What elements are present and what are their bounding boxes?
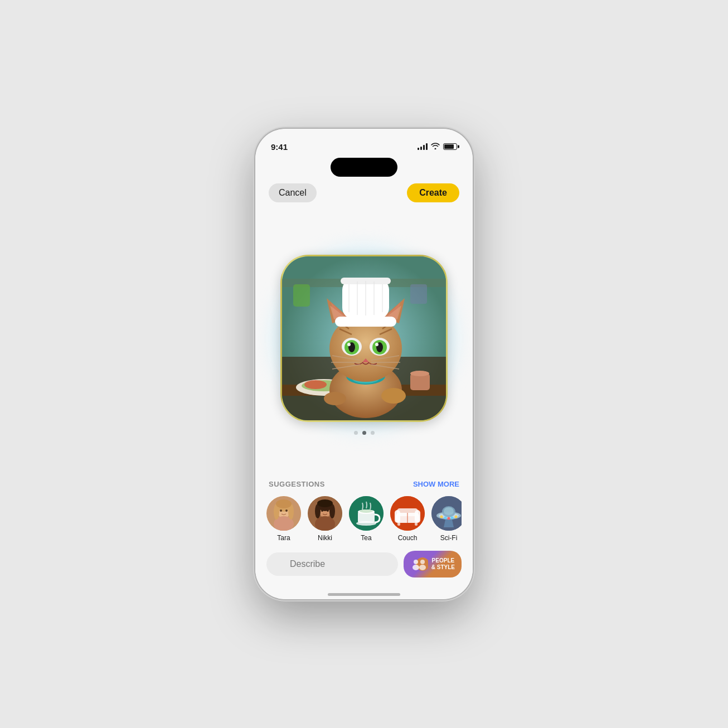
svg-point-59 xyxy=(276,499,292,508)
status-bar: 9:41 xyxy=(255,129,473,157)
svg-point-98 xyxy=(412,565,419,570)
svg-point-14 xyxy=(324,392,346,405)
cancel-button[interactable]: Cancel xyxy=(269,183,317,202)
svg-point-92 xyxy=(451,517,454,520)
svg-point-88 xyxy=(444,507,454,515)
suggestion-nikki[interactable]: Nikki xyxy=(308,496,342,542)
svg-point-69 xyxy=(321,509,323,512)
nav-bar: Cancel Create xyxy=(255,177,473,209)
people-style-label: PEOPLE& STYLE xyxy=(431,557,455,571)
svg-point-15 xyxy=(381,388,406,404)
signal-icon xyxy=(418,143,428,150)
suggestion-scifi[interactable]: Sci-Fi xyxy=(431,496,462,542)
wifi-icon xyxy=(431,143,440,151)
phone-device: 9:41 xyxy=(255,129,473,599)
suggestion-tara[interactable]: Tara xyxy=(266,496,301,542)
svg-point-10 xyxy=(410,371,429,376)
svg-point-8 xyxy=(304,380,327,389)
svg-point-75 xyxy=(356,521,376,526)
svg-point-68 xyxy=(317,499,333,507)
svg-point-91 xyxy=(448,517,450,520)
svg-rect-2 xyxy=(293,284,310,307)
suggestion-tara-label: Tara xyxy=(277,534,290,542)
svg-marker-94 xyxy=(444,520,454,527)
scifi-circle xyxy=(431,496,462,531)
suggestion-couch[interactable]: Couch xyxy=(390,496,425,542)
svg-point-37 xyxy=(375,343,378,346)
svg-point-90 xyxy=(444,517,447,520)
svg-rect-82 xyxy=(397,522,400,526)
bottom-section: SUGGESTIONS SHOW MORE xyxy=(255,480,473,589)
suggestion-couch-label: Couch xyxy=(398,534,418,542)
main-image-area xyxy=(255,209,473,480)
suggestions-label: SUGGESTIONS xyxy=(269,480,325,488)
svg-rect-83 xyxy=(415,522,418,526)
phone-screen: 9:41 xyxy=(255,129,473,599)
avatar-nikki-circle xyxy=(308,496,342,531)
svg-rect-3 xyxy=(410,284,427,304)
svg-point-74 xyxy=(360,509,373,513)
status-time: 9:41 xyxy=(271,142,288,152)
svg-point-70 xyxy=(327,509,329,512)
suggestion-tea-label: Tea xyxy=(361,534,371,542)
svg-point-100 xyxy=(419,565,426,570)
svg-point-61 xyxy=(285,509,288,512)
home-indicator xyxy=(328,593,400,596)
suggestion-tea[interactable]: Tea xyxy=(349,496,384,542)
tea-circle xyxy=(349,496,384,531)
people-style-button[interactable]: PEOPLE& STYLE xyxy=(404,551,462,577)
suggestions-header: SUGGESTIONS SHOW MORE xyxy=(266,480,462,488)
describe-input[interactable] xyxy=(266,552,398,576)
svg-point-93 xyxy=(455,516,458,518)
svg-rect-80 xyxy=(415,510,420,523)
svg-point-89 xyxy=(440,516,443,518)
svg-point-97 xyxy=(414,560,418,564)
suggestion-nikki-label: Nikki xyxy=(318,534,332,542)
svg-point-60 xyxy=(280,509,282,512)
avatar-tara-circle xyxy=(266,496,301,531)
svg-point-36 xyxy=(347,343,351,346)
svg-rect-79 xyxy=(395,510,400,523)
couch-circle xyxy=(390,496,425,531)
input-wrapper xyxy=(266,552,398,576)
input-row: PEOPLE& STYLE xyxy=(266,551,462,577)
dynamic-island xyxy=(331,158,397,177)
svg-point-99 xyxy=(420,560,425,564)
create-button[interactable]: Create xyxy=(407,183,459,202)
image-glow-container xyxy=(280,255,448,422)
show-more-button[interactable]: SHOW MORE xyxy=(413,480,459,488)
cat-image-frame[interactable] xyxy=(280,255,448,422)
people-style-icons xyxy=(410,555,428,573)
suggestion-scifi-label: Sci-Fi xyxy=(440,534,458,542)
suggestions-row: Tara xyxy=(266,496,462,542)
battery-icon xyxy=(443,143,457,150)
status-icons xyxy=(418,143,457,151)
